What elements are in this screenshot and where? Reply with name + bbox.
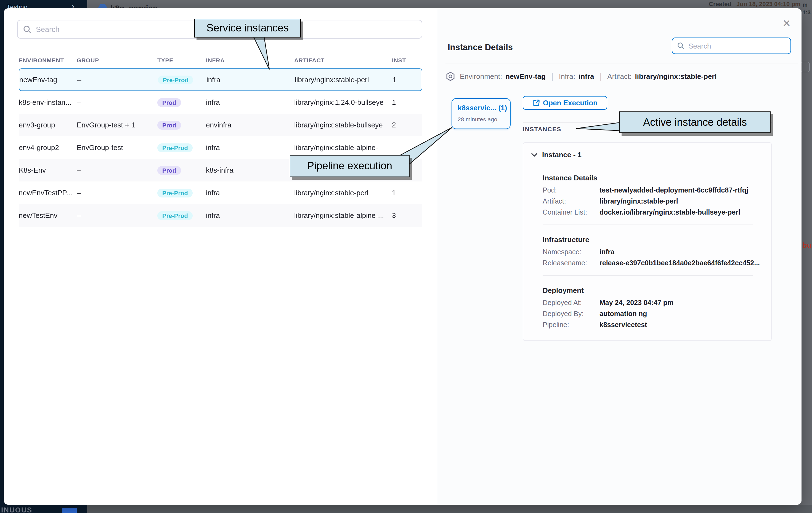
pipeline-row: Pipeline: k8sservicetest — [543, 321, 647, 329]
releasename-row: Releasename: release-e397c0b1bee184a0e2b… — [543, 259, 760, 267]
cell-artifact: library/nginx:stable-bullseye — [294, 121, 392, 129]
pipeline-value: k8sservicetest — [600, 321, 647, 329]
created-label: Created — [709, 1, 731, 7]
instance-title: Instance - 1 — [542, 151, 582, 159]
col-infra: INFRA — [206, 57, 294, 63]
cell-environment: newTestEnv — [19, 211, 77, 219]
open-execution-label: Open Execution — [543, 99, 598, 107]
releasename-value: release-e397c0b1bee184a0e2bae64f6fe42cc4… — [600, 259, 760, 267]
cell-infra: infra — [206, 98, 294, 107]
env-type-badge: Pre-Prod — [158, 75, 194, 84]
cell-group: – — [77, 76, 158, 84]
env-type-badge: Prod — [157, 121, 181, 129]
env-type-badge: Pre-Prod — [157, 211, 193, 220]
service-instances-modal: × ENVIRONMENT GROUP TYPE INFRA ARTIFACT … — [4, 8, 802, 505]
edge-text-fragment: 1:3 — [803, 9, 811, 16]
search-icon — [677, 42, 685, 50]
table-row[interactable]: env3-groupEnvGroup-test + 1Prodenvinfral… — [19, 114, 422, 136]
infra-value: infra — [579, 72, 594, 81]
col-environment: ENVIRONMENT — [19, 57, 77, 63]
cell-group: EnvGroup-test — [77, 144, 157, 152]
container-list-label: Container List: — [543, 209, 600, 216]
panel-title: Instance Details — [448, 42, 513, 52]
instance-search-box[interactable] — [672, 37, 791, 54]
cell-group: – — [77, 189, 157, 197]
col-artifact: ARTIFACT — [294, 57, 392, 63]
artifact-value: library/nginx:stable-perl — [635, 72, 717, 81]
bottom-blue-element — [62, 508, 77, 513]
col-type: TYPE — [157, 57, 206, 63]
cell-inst: 2 — [392, 121, 422, 129]
cell-type: Prod — [157, 166, 206, 175]
callout-active-instance-details: Active instance details — [619, 112, 771, 133]
environment-label: Environment: — [460, 72, 502, 81]
edge-button-fragment — [801, 62, 810, 72]
container-list-row: Container List: docker.io/library/nginx:… — [543, 209, 740, 216]
callout-pipeline-execution: Pipeline execution — [290, 155, 410, 177]
pipeline-label: Pipeline: — [543, 321, 600, 329]
namespace-label: Namespace: — [543, 248, 600, 256]
instance-summary-row: Environment: newEnv-tag | Infra: infra |… — [446, 72, 717, 81]
pod-value: test-newlyadded-deployment-6cc9ffdc87-rt… — [600, 186, 748, 194]
cell-infra: infra — [206, 211, 294, 219]
divider — [543, 275, 753, 276]
screen: Testing › k8s_service Created Jun 18, 20… — [0, 0, 812, 513]
pod-row: Pod: test-newlyadded-deployment-6cc9ffdc… — [543, 186, 748, 194]
cell-infra: infra — [206, 144, 294, 152]
cell-environment: k8s-env-instan... — [19, 98, 77, 107]
cell-infra: envinfra — [206, 121, 294, 129]
cell-infra: k8s-infra — [206, 166, 294, 174]
cell-infra: infra — [206, 189, 294, 197]
instance-search-input[interactable] — [688, 42, 785, 50]
table-row[interactable]: newEnv-tag–Pre-Prodinfralibrary/nginx:st… — [19, 68, 422, 91]
pipeline-execution-card[interactable]: k8sservic... (1) 28 minutes ago — [452, 98, 511, 129]
container-list-value: docker.io/library/nginx:stable-bullseye-… — [600, 209, 740, 216]
cell-environment: env4-group2 — [19, 144, 77, 152]
cell-artifact: library/nginx:stable-alpine- — [294, 144, 392, 152]
col-group: GROUP — [77, 57, 157, 63]
cell-environment: K8s-Env — [19, 166, 77, 174]
instance-accordion-toggle[interactable]: Instance - 1 — [531, 151, 582, 159]
cell-group: – — [77, 166, 157, 174]
cell-artifact: library/nginx:stable-alpine-... — [294, 211, 392, 219]
close-icon[interactable]: × — [779, 16, 794, 31]
cell-environment: newEnv-tag — [19, 76, 77, 84]
deployed-at-value: May 24, 2023 04:47 pm — [600, 299, 673, 307]
edge-text-fragment-red: bu — [803, 241, 811, 249]
cell-artifact: library/nginx:1.24.0-bullseye — [294, 98, 392, 107]
cell-group: – — [77, 98, 157, 107]
cell-inst: 1 — [392, 98, 422, 107]
environment-icon — [446, 72, 455, 81]
col-inst: INST — [392, 57, 422, 63]
env-type-badge: Prod — [157, 98, 181, 107]
open-execution-button[interactable]: Open Execution — [523, 96, 607, 110]
namespace-row: Namespace: infra — [543, 248, 614, 256]
namespace-value: infra — [600, 248, 614, 256]
environment-value: newEnv-tag — [505, 72, 546, 81]
artifact-label: Artifact: — [607, 72, 632, 81]
cell-type: Prod — [157, 98, 206, 107]
cell-type: Prod — [157, 121, 206, 129]
instance-accordion-card: Instance - 1 Instance Details Pod: test-… — [523, 142, 772, 341]
table-row[interactable]: newEnvTestPP...–Pre-Prodinfralibrary/ngi… — [19, 181, 422, 204]
table-row[interactable]: newTestEnv–Pre-Prodinfralibrary/nginx:st… — [19, 204, 422, 227]
deployed-by-row: Deployed By: automation ng — [543, 310, 647, 318]
cell-inst: 3 — [392, 211, 422, 219]
divider — [543, 224, 753, 225]
cell-artifact: library/nginx:stable-perl — [295, 76, 393, 84]
deployed-by-label: Deployed By: — [543, 310, 600, 318]
instances-section-header: INSTANCES — [523, 126, 561, 132]
cell-group: EnvGroup-test + 1 — [77, 121, 157, 129]
execution-name: k8sservic... (1) — [458, 104, 504, 112]
infrastructure-heading: Infrastructure — [543, 236, 589, 244]
artifact-label: Artifact: — [543, 198, 600, 205]
created-timestamp: Created Jun 18, 2023 04:10 pm — [709, 1, 801, 7]
table-row[interactable]: k8s-env-instan...–Prodinfralibrary/nginx… — [19, 91, 422, 114]
cell-environment: env3-group — [19, 121, 77, 129]
bottom-strip — [87, 505, 812, 513]
separator: | — [551, 72, 553, 81]
execution-time: 28 minutes ago — [458, 116, 504, 122]
env-type-badge: Prod — [157, 166, 181, 175]
separator: | — [600, 72, 602, 81]
instance-details-heading: Instance Details — [543, 174, 597, 182]
